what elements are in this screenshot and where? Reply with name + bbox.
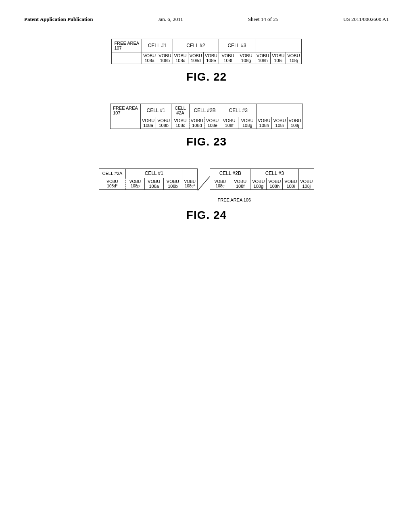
fig23-col-cell2a: CELL#2A [171, 104, 190, 117]
header-date: Jan. 6, 2011 [158, 16, 183, 23]
fig22-vobu-108j: VOBU108j [286, 52, 301, 64]
fig24-vobu-108f: VOBU108f [230, 178, 250, 190]
fig22-col-cell2: CELL #2 [173, 39, 219, 52]
header-left: Patent Application Publication [24, 16, 93, 23]
fig23-vobu-108c: VOBU108c [171, 117, 190, 129]
fig24-vobu-108c-star: VOBU108c* [182, 178, 198, 190]
fig23-free-area-cell [111, 117, 141, 129]
fig24-vobu-108p: VOBU108p [126, 178, 145, 190]
fig24-table-left: CELL #2A CELL #1 VOBU108d* VOBU108p VOBU… [99, 168, 198, 190]
fig22-vobu-108i: VOBU108i [271, 52, 286, 64]
fig22-caption: FIG. 22 [24, 71, 389, 83]
fig24-table-right: CELL #2B CELL #3 VOBU108e VOBU108f VOBU1… [210, 168, 314, 190]
fig23-vobu-108d: VOBU108d [189, 117, 204, 129]
header: Patent Application Publication Jan. 6, 2… [24, 16, 389, 23]
fig24-vobu-108d-star: VOBU108d* [99, 178, 126, 190]
fig23-vobu-108h: VOBU108h [257, 117, 272, 129]
header-sheet: Sheet 14 of 25 [248, 16, 278, 23]
svg-line-0 [198, 177, 210, 191]
fig24-vobu-108e: VOBU108e [210, 178, 230, 190]
fig23-col-cell1: CELL #1 [140, 104, 171, 117]
fig23-vobu-108g: VOBU108g [238, 117, 257, 129]
fig24-section: CELL #2A CELL #1 VOBU108d* VOBU108p VOBU… [24, 168, 389, 222]
fig23-vobu-108i: VOBU108i [272, 117, 287, 129]
fig24-col-cell1: CELL #1 [126, 169, 182, 178]
fig24-vobu-108h: VOBU108h [267, 178, 283, 190]
fig23-vobu-108j: VOBU108j [287, 117, 302, 129]
fig22-table: FREE AREA107 CELL #1 CELL #2 CELL #3 VOB… [111, 39, 301, 64]
header-right: US 2011/0002600 A1 [343, 16, 389, 23]
fig22-col-free-area: FREE AREA107 [112, 39, 142, 52]
fig24-caption: FIG. 24 [24, 209, 389, 222]
fig22-free-area-cell [112, 52, 142, 64]
fig22-col-cell3: CELL #3 [219, 39, 255, 52]
fig22-vobu-108h: VOBU108h [255, 52, 271, 64]
fig24-free-area-label: FREE AREA 106 [218, 197, 251, 202]
fig24-vobu-108j: VOBU108j [299, 178, 314, 190]
fig23-caption: FIG. 23 [24, 135, 389, 148]
fig22-vobu-108b: VOBU108b [157, 52, 173, 64]
fig24-vobu-108i: VOBU108i [283, 178, 299, 190]
fig22-vobu-108c: VOBU108c [173, 52, 188, 64]
fig23-vobu-108a: VOBU108a [140, 117, 156, 129]
fig23-section: FREE AREA107 CELL #1 CELL#2A CELL #2B CE… [24, 104, 389, 148]
fig23-table: FREE AREA107 CELL #1 CELL#2A CELL #2B CE… [110, 104, 303, 129]
fig24-col-cell3: CELL #3 [250, 169, 299, 178]
fig24-col-cell2b: CELL #2B [210, 169, 250, 178]
fig23-vobu-108f: VOBU108f [220, 117, 238, 129]
fig23-col-cell3: CELL #3 [220, 104, 257, 117]
fig24-vobu-108g: VOBU108g [250, 178, 267, 190]
page: Patent Application Publication Jan. 6, 2… [0, 0, 413, 532]
fig24-vobu-108b: VOBU108b [163, 178, 182, 190]
fig22-col-cell1: CELL #1 [142, 39, 173, 52]
fig22-vobu-108a: VOBU108a [142, 52, 157, 64]
fig23-vobu-108b: VOBU108b [156, 117, 171, 129]
fig23-vobu-108e: VOBU108e [205, 117, 220, 129]
fig24-col-cell2a: CELL #2A [99, 169, 126, 178]
fig22-vobu-108d: VOBU108d [188, 52, 203, 64]
fig23-col-cell2b: CELL #2B [189, 104, 220, 117]
fig22-vobu-108g: VOBU108g [237, 52, 255, 64]
fig22-vobu-108f: VOBU108f [219, 52, 237, 64]
fig22-section: FREE AREA107 CELL #1 CELL #2 CELL #3 VOB… [24, 39, 389, 83]
fig24-vobu-108a: VOBU108a [144, 178, 163, 190]
fig22-vobu-108e: VOBU108e [203, 52, 219, 64]
fig23-col-free-area: FREE AREA107 [111, 104, 141, 117]
fig24-col-spacer [182, 169, 198, 178]
